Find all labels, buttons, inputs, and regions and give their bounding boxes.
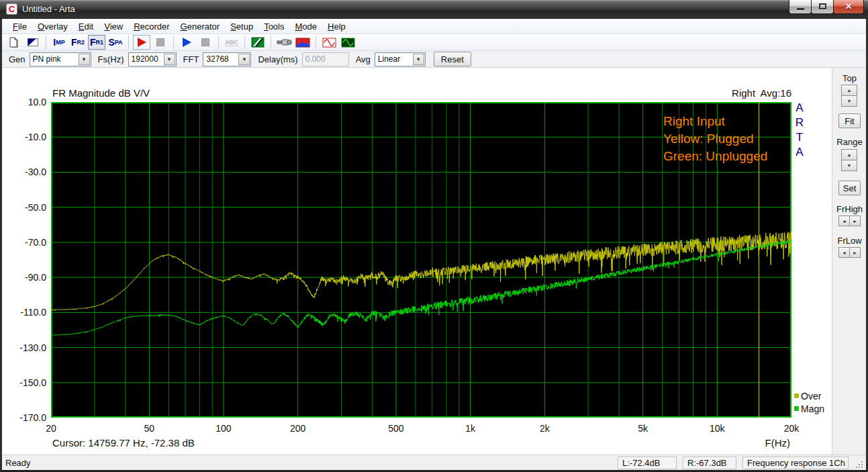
menu-item-mode[interactable]: Mode: [290, 20, 323, 33]
stop-icon: [201, 38, 209, 46]
chevron-down-icon[interactable]: ▼: [79, 54, 90, 65]
generator-select[interactable]: PN pink ▼: [30, 52, 91, 66]
close-icon: ✕: [834, 0, 863, 13]
close-button[interactable]: ✕: [833, 0, 864, 14]
menu-item-edit[interactable]: Edit: [73, 20, 99, 33]
app-icon[interactable]: C: [6, 3, 17, 15]
averaging-value: Linear: [375, 54, 412, 64]
range-down-button[interactable]: ▼: [841, 160, 857, 171]
frhigh-label: FrHigh: [832, 204, 867, 214]
y-tick-label: -110.0: [3, 307, 46, 318]
chevron-down-icon[interactable]: ▼: [413, 54, 424, 65]
microphone-button[interactable]: [275, 35, 293, 50]
side-panel: Top ▲ ▼ Fit Range ▲ ▼ Set FrHigh ◄ ► FrL…: [832, 68, 866, 455]
menu-item-recorder[interactable]: Recorder: [128, 20, 175, 33]
spectrum-analyzer-button[interactable]: [294, 35, 311, 50]
window-title: Untitled - Arta: [22, 4, 75, 14]
resize-grip[interactable]: [855, 460, 864, 469]
right-level-indicator: R:-67.3dB: [683, 457, 736, 469]
new-document-icon: [8, 37, 20, 48]
frlow-left-button[interactable]: ◄: [838, 247, 850, 258]
x-tick-label: 20: [31, 423, 71, 434]
graph-panel: FR Magnitude dB V/V Right Avg:16 Right I…: [2, 68, 832, 455]
legend-label: Magn: [801, 404, 824, 414]
new-file-button[interactable]: [5, 35, 23, 50]
record-stop-button[interactable]: [152, 35, 169, 50]
menu-item-tools[interactable]: Tools: [258, 20, 289, 33]
spectrogram-button[interactable]: [249, 35, 267, 50]
fr1-mode-button[interactable]: FR1: [88, 35, 105, 50]
impulse-response-button[interactable]: IMP: [50, 35, 68, 50]
stop-button[interactable]: [197, 35, 214, 50]
menu-item-file[interactable]: File: [7, 20, 32, 33]
x-axis-label: F(Hz): [749, 437, 790, 449]
chevron-down-icon[interactable]: ▼: [164, 54, 175, 65]
delay-label: Delay(ms): [258, 54, 297, 64]
frlow-spinner: ◄ ►: [838, 247, 861, 258]
record-stop-icon: [156, 38, 164, 46]
play-icon: [183, 38, 191, 47]
arta-watermark: ARTA: [794, 101, 805, 160]
status-ready: Ready: [2, 458, 618, 468]
range-label: Range: [832, 137, 867, 147]
record-start-button[interactable]: [133, 35, 150, 50]
cursor-readout: Cursor: 14759.77 Hz, -72.38 dB: [52, 437, 195, 449]
y-tick-label: -30.0: [3, 167, 46, 177]
frhigh-left-button[interactable]: ◄: [838, 216, 850, 226]
sample-rate-select[interactable]: 192000 ▼: [128, 52, 177, 66]
channel-average-info: Right Avg:16: [700, 87, 791, 99]
fft-label: FFT: [183, 54, 199, 64]
frhigh-right-button[interactable]: ►: [849, 216, 861, 226]
arta-window: C Untitled - Arta ✕ FileOverlayEditViewR…: [0, 0, 868, 472]
overlay-button[interactable]: [24, 35, 42, 50]
set-button[interactable]: Set: [838, 181, 861, 195]
range-up-button[interactable]: ▲: [841, 149, 857, 160]
chevron-down-icon[interactable]: ▼: [238, 54, 250, 65]
frlow-right-button[interactable]: ►: [849, 247, 861, 258]
play-button[interactable]: [178, 35, 195, 50]
title-bar[interactable]: C Untitled - Arta ✕: [0, 0, 868, 19]
y-tick-label: -10.0: [3, 132, 46, 142]
x-tick-label: 500: [376, 423, 416, 434]
menu-bar: FileOverlayEditViewRecorderGeneratorSetu…: [2, 19, 866, 34]
toolbar-separator: [271, 36, 271, 49]
overlay-icon: [27, 37, 39, 48]
fr-plot[interactable]: Right InputYellow: PluggedGreen: Unplugg…: [51, 102, 791, 418]
x-tick-label: 5k: [623, 423, 663, 434]
plot-annotation: Right InputYellow: PluggedGreen: Unplugg…: [663, 113, 767, 165]
arta-watermark-letter: A: [794, 101, 805, 115]
averaging-select[interactable]: Linear ▼: [375, 52, 426, 66]
oscilloscope-button[interactable]: [339, 35, 356, 50]
minimize-button[interactable]: [789, 0, 812, 14]
sine-green-icon: [341, 38, 355, 48]
toolbar: IMP FR2 FR1 SPA ABC: [2, 34, 866, 51]
menu-item-help[interactable]: Help: [322, 20, 351, 33]
arta-watermark-letter: A: [794, 145, 805, 160]
generator-value: PN pink: [30, 54, 78, 64]
legend-item: Magn: [794, 402, 824, 415]
maximize-button[interactable]: [811, 0, 834, 14]
x-tick-label: 100: [203, 423, 244, 434]
signal-generator-button[interactable]: [320, 35, 338, 50]
graph-title: FR Magnitude dB V/V: [52, 87, 150, 99]
menu-item-generator[interactable]: Generator: [175, 20, 226, 33]
menu-item-setup[interactable]: Setup: [225, 20, 258, 33]
top-down-button[interactable]: ▼: [841, 95, 857, 107]
legend: OverMagn: [794, 389, 824, 415]
range-spinner: ▲ ▼: [841, 149, 857, 171]
reset-button[interactable]: Reset: [434, 52, 471, 66]
legend-swatch-icon: [794, 393, 799, 398]
top-label: Top: [832, 73, 867, 83]
fit-button[interactable]: Fit: [838, 113, 861, 128]
window-buttons: ✕: [789, 0, 864, 14]
menu-item-overlay[interactable]: Overlay: [32, 20, 73, 33]
x-tick-label: 20k: [771, 423, 812, 434]
left-level-indicator: L:-72.4dB: [618, 457, 677, 469]
fr2-mode-button[interactable]: FR2: [69, 35, 87, 50]
top-up-button[interactable]: ▲: [841, 85, 857, 96]
menu-item-view[interactable]: View: [99, 20, 128, 33]
spa-mode-button[interactable]: SPA: [107, 35, 124, 50]
fft-size-select[interactable]: 32768 ▼: [203, 52, 251, 66]
label-tool-button[interactable]: ABC: [223, 35, 240, 50]
toolbar-separator: [244, 36, 245, 49]
